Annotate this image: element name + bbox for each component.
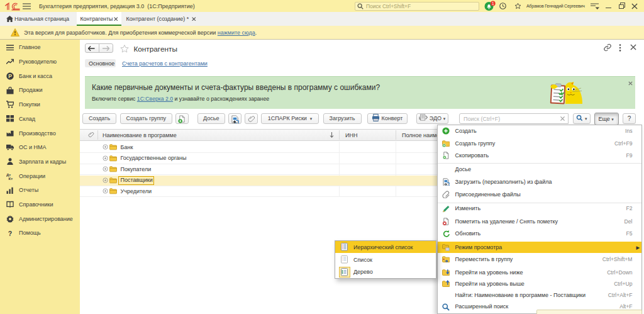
svg-text:?: ? — [8, 230, 12, 237]
svg-text:1: 1 — [492, 1, 494, 6]
svg-text:Кт: Кт — [9, 176, 13, 180]
svg-text:Р: Р — [8, 73, 12, 79]
